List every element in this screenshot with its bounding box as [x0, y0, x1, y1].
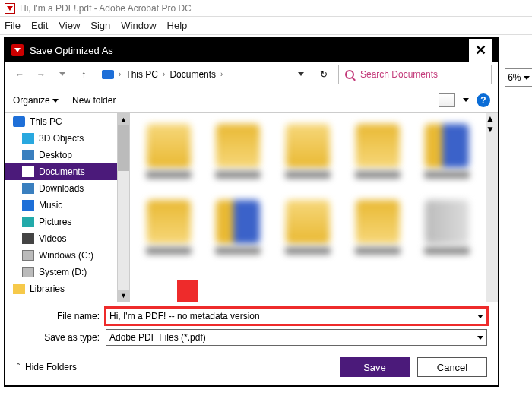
filetype-label: Save as type:	[16, 332, 100, 343]
tree-label: Videos	[39, 233, 66, 244]
folder-label	[215, 171, 261, 179]
folder-item[interactable]	[416, 200, 478, 268]
pdf-icon	[11, 44, 24, 56]
folder-icon	[286, 124, 330, 168]
folder-item[interactable]	[347, 200, 409, 268]
close-button[interactable]: ✕	[469, 39, 492, 62]
folder-label	[146, 247, 192, 255]
tree-label: Documents	[39, 166, 85, 177]
hide-folders-label: Hide Folders	[25, 362, 77, 372]
folder-item[interactable]	[138, 124, 200, 192]
folder-item[interactable]	[138, 200, 200, 268]
breadcrumb-dropdown[interactable]	[298, 72, 304, 76]
filename-value: Hi, I'm a PDF! -- no metadata version	[109, 311, 260, 322]
cancel-button[interactable]: Cancel	[417, 357, 487, 377]
scroll-thumb[interactable]	[118, 125, 129, 171]
tree-item-libraries[interactable]: Libraries	[5, 280, 117, 297]
folder-icon	[216, 124, 260, 168]
folder-label	[146, 171, 192, 179]
tree-item-3d-objects[interactable]: 3D Objects	[5, 130, 117, 147]
folder-item[interactable]	[207, 124, 270, 192]
tree-item-documents[interactable]: Documents	[5, 163, 117, 180]
folder-item[interactable]	[277, 124, 339, 192]
folder-item[interactable]	[207, 200, 270, 268]
chevron-down-icon	[477, 336, 483, 340]
menu-sign[interactable]: Sign	[90, 20, 110, 31]
app-titlebar: Hi, I'm a PDF!.pdf - Adobe Acrobat Pro D…	[0, 0, 532, 17]
folder-icon	[356, 124, 400, 168]
chevron-down-icon[interactable]	[463, 98, 469, 102]
folder-tree: This PC 3D Objects Desktop Documents Dow…	[5, 113, 118, 302]
filetype-dropdown[interactable]	[473, 330, 486, 345]
recent-dropdown[interactable]	[54, 66, 71, 83]
tree-item-desktop[interactable]: Desktop	[5, 147, 117, 163]
back-button[interactable]: ←	[11, 66, 28, 83]
folder-label	[424, 171, 470, 179]
refresh-button[interactable]: ↻	[314, 65, 334, 84]
breadcrumb-folder[interactable]: Documents	[169, 69, 216, 80]
tree-scrollbar[interactable]: ▲ ▼	[118, 113, 130, 302]
filetype-row: Save as type: Adobe PDF Files (*.pdf)	[16, 329, 487, 346]
organize-menu[interactable]: Organize	[13, 95, 59, 106]
pdf-icon	[5, 3, 15, 14]
tree-item-this-pc[interactable]: This PC	[5, 113, 117, 130]
folder-icon	[147, 200, 191, 244]
menu-view[interactable]: View	[59, 20, 80, 31]
forward-button: →	[33, 66, 49, 83]
folder-label	[355, 247, 401, 255]
tree-item-drive-d[interactable]: System (D:)	[5, 264, 117, 280]
filename-dropdown[interactable]	[473, 309, 486, 324]
scroll-down-icon[interactable]: ▼	[486, 124, 498, 135]
content-scrollbar[interactable]: ▲ ▼	[486, 113, 498, 302]
zoom-level[interactable]: 6%	[505, 68, 532, 87]
folder-label	[285, 171, 331, 179]
chevron-up-icon: ˄	[16, 362, 21, 372]
chevron-down-icon	[52, 99, 59, 103]
folder-item[interactable]	[277, 200, 339, 268]
hide-folders-button[interactable]: ˄ Hide Folders	[16, 362, 77, 372]
tree-item-drive-c[interactable]: Windows (C:)	[5, 247, 117, 264]
folder-icon	[425, 200, 469, 244]
tree-item-downloads[interactable]: Downloads	[5, 180, 117, 197]
up-button[interactable]: ↑	[75, 66, 92, 83]
scroll-up-icon[interactable]: ▲	[118, 113, 129, 125]
breadcrumb-root[interactable]: This PC	[125, 69, 158, 80]
menu-help[interactable]: Help	[167, 20, 188, 31]
new-folder-button[interactable]: New folder	[72, 95, 116, 106]
chevron-down-icon	[524, 76, 530, 80]
folder-icon	[286, 200, 330, 244]
tree-item-pictures[interactable]: Pictures	[5, 214, 117, 230]
filename-row: File name: Hi, I'm a PDF! -- no metadata…	[16, 308, 487, 325]
filetype-select[interactable]: Adobe PDF Files (*.pdf)	[106, 329, 487, 346]
folder-item[interactable]	[416, 124, 478, 192]
tree-label: 3D Objects	[39, 133, 84, 144]
scroll-up-icon[interactable]: ▲	[486, 113, 498, 124]
pictures-icon	[22, 217, 34, 227]
filename-input[interactable]: Hi, I'm a PDF! -- no metadata version	[106, 308, 487, 325]
search-input[interactable]: Search Documents	[338, 65, 492, 84]
breadcrumb[interactable]: › This PC › Documents ›	[97, 65, 309, 84]
chevron-right-icon: ›	[119, 70, 121, 78]
scroll-down-icon[interactable]: ▼	[118, 290, 129, 302]
help-icon[interactable]: ?	[477, 93, 490, 107]
folder-icon	[216, 200, 260, 244]
chevron-down-icon	[59, 72, 65, 76]
folder-item[interactable]	[347, 124, 409, 192]
save-button[interactable]: Save	[340, 357, 410, 377]
scroll-track[interactable]	[118, 125, 129, 290]
tree-label: Downloads	[39, 183, 84, 194]
download-icon	[22, 183, 34, 194]
save-dialog: Save Optimized As ✕ ← → ↑ › This PC › Do…	[4, 37, 499, 387]
tree-item-videos[interactable]: Videos	[5, 230, 117, 247]
zoom-value: 6%	[508, 72, 521, 83]
folder-label	[285, 247, 331, 255]
tree-label: Pictures	[39, 217, 71, 227]
menu-edit[interactable]: Edit	[31, 20, 48, 31]
folder-label	[424, 247, 470, 255]
chevron-right-icon: ›	[220, 70, 223, 78]
menu-file[interactable]: File	[5, 20, 21, 31]
tree-item-music[interactable]: Music	[5, 197, 117, 214]
menu-window[interactable]: Window	[121, 20, 156, 31]
view-mode-button[interactable]	[439, 93, 455, 107]
tree-label: Desktop	[39, 150, 72, 160]
